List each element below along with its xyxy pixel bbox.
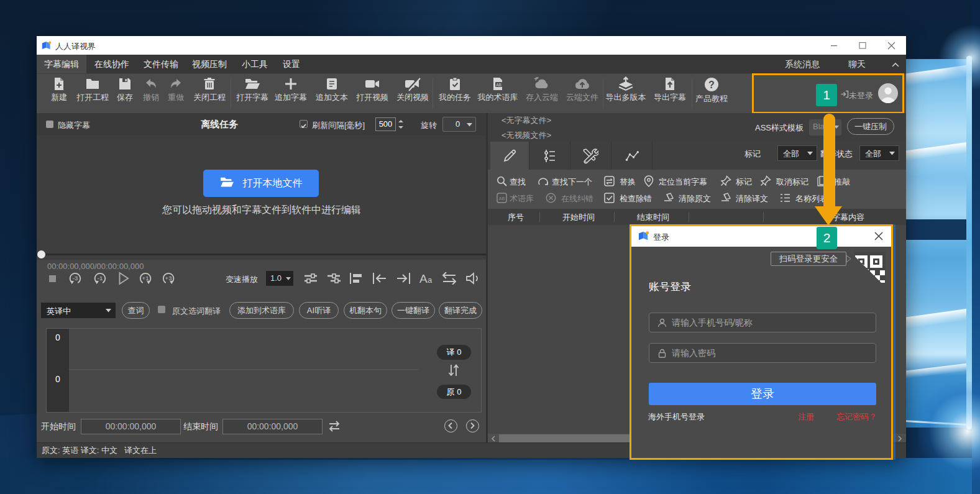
- svg-text:A: A: [419, 272, 428, 285]
- svg-text:-3: -3: [73, 275, 78, 281]
- svg-text:AB: AB: [496, 83, 501, 87]
- svg-text:AB: AB: [499, 196, 505, 201]
- svg-text:+1: +1: [142, 275, 149, 281]
- svg-text:?: ?: [708, 80, 715, 90]
- svg-text:a: a: [428, 275, 433, 285]
- svg-text:-1: -1: [98, 275, 103, 281]
- svg-text:+3: +3: [165, 275, 172, 281]
